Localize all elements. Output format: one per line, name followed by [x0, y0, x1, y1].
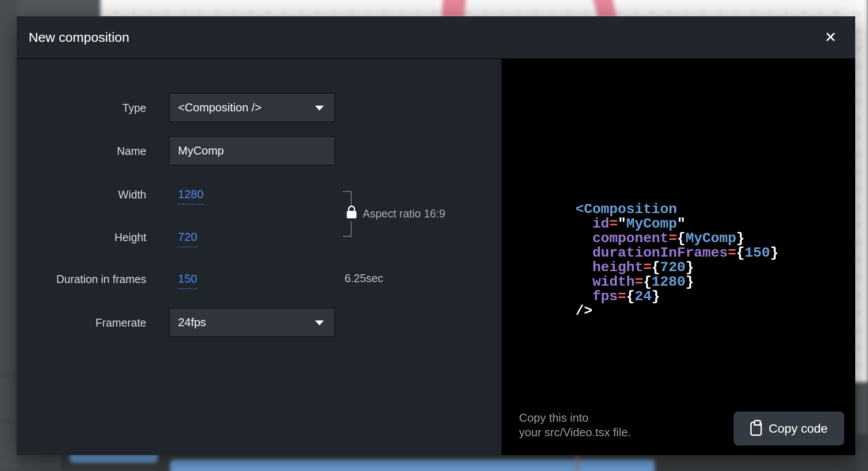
width-label: Width — [17, 187, 146, 202]
timeline-sequence-bar — [170, 460, 655, 471]
copy-instruction-line1: Copy this into — [519, 411, 631, 425]
right-panel-fragment — [855, 382, 868, 434]
height-value-link[interactable]: 720 — [178, 230, 197, 247]
duration-value-link[interactable]: 150 — [178, 272, 197, 289]
code-preview-panel: <Composition id="MyComp" component={MyCo… — [501, 59, 855, 455]
aspect-ratio-bracket — [343, 236, 352, 237]
width-value-link[interactable]: 1280 — [178, 188, 204, 205]
aspect-ratio-bracket — [343, 191, 352, 192]
framerate-select-value: 24fps — [178, 316, 206, 329]
screen: New composition ✕ <Composition id="MyCom… — [0, 0, 868, 471]
framerate-label: Framerate — [17, 315, 146, 330]
name-input[interactable] — [169, 136, 335, 166]
type-label: Type — [17, 100, 146, 115]
copy-code-button[interactable]: Copy code — [734, 412, 844, 445]
clipboard-icon — [750, 422, 762, 436]
dialog-title: New composition — [29, 16, 129, 58]
type-select[interactable]: <Composition /> — [169, 93, 335, 122]
left-sidebar-strip — [0, 0, 18, 471]
new-composition-dialog: New composition ✕ <Composition id="MyCom… — [17, 16, 855, 455]
remotion-logo-stroke-left — [441, 0, 467, 18]
aspect-ratio-bracket — [351, 221, 352, 237]
height-label: Height — [17, 230, 146, 245]
duration-seconds: 6.25sec — [345, 272, 383, 285]
code-block: <Composition id="MyComp" component={MyCo… — [575, 202, 779, 318]
framerate-select[interactable]: 24fps — [169, 308, 335, 337]
vertical-ruler — [857, 0, 862, 382]
horizontal-ruler — [100, 10, 856, 15]
chevron-down-icon — [315, 320, 324, 325]
copy-code-label: Copy code — [769, 422, 828, 436]
lock-icon — [345, 206, 358, 220]
panel-divider — [0, 420, 18, 422]
right-panel-fragment — [855, 434, 868, 471]
aspect-ratio-text: Aspect ratio 16:9 — [363, 207, 445, 220]
copy-instruction-line2: your src/Video.tsx file. — [519, 425, 631, 440]
aspect-ratio-bracket — [351, 191, 352, 207]
name-label: Name — [17, 144, 146, 158]
dialog-titlebar: New composition ✕ — [17, 16, 855, 58]
chevron-down-icon — [315, 106, 324, 110]
duration-label: Duration in frames — [17, 272, 146, 287]
copy-instruction: Copy this into your src/Video.tsx file. — [519, 411, 631, 440]
panel-divider — [0, 374, 18, 375]
type-select-value: <Composition /> — [178, 101, 261, 114]
close-icon[interactable]: ✕ — [821, 29, 840, 48]
